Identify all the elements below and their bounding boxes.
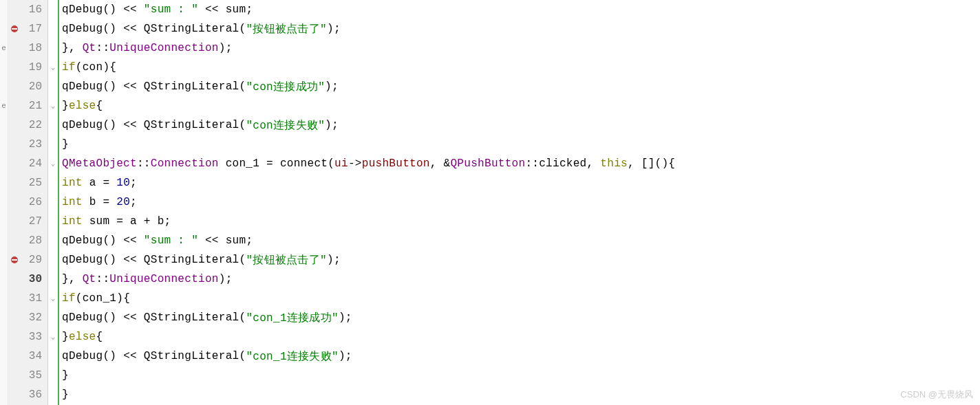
code-editor[interactable]: qDebug() << "sum : " << sum; qDebug() <<…	[59, 0, 980, 405]
line-number[interactable]: 35	[8, 366, 47, 385]
code-line[interactable]: qDebug() << "sum : " << sum;	[59, 0, 980, 19]
code-line[interactable]: qDebug() << QStringLiteral("按钮被点击了");	[59, 250, 980, 270]
line-number[interactable]: 17	[8, 19, 47, 39]
code-line[interactable]: qDebug() << QStringLiteral("con_1连接成功");	[59, 308, 980, 327]
code-line[interactable]: if(con_1){	[59, 289, 980, 308]
fold-chevron-icon[interactable]: ⌄	[51, 294, 55, 303]
code-line[interactable]: }, Qt::UniqueConnection);	[59, 270, 980, 289]
code-line[interactable]: }, Qt::UniqueConnection);	[59, 39, 980, 58]
line-number[interactable]: 30	[8, 270, 47, 289]
fold-chevron-icon[interactable]: ⌄	[51, 160, 55, 168]
line-number[interactable]: 21	[8, 96, 47, 116]
code-line[interactable]: }	[59, 366, 980, 385]
line-number[interactable]: 23	[8, 135, 47, 154]
line-number[interactable]: 25	[8, 173, 47, 193]
code-line[interactable]: int a = 10;	[59, 173, 980, 193]
line-number[interactable]: 34	[8, 347, 47, 366]
code-line[interactable]: qDebug() << QStringLiteral("按钮被点击了");	[59, 19, 980, 39]
line-number-gutter[interactable]: 1617181920212223242526272829303132333435…	[8, 0, 48, 405]
code-line[interactable]: if(con){	[59, 58, 980, 77]
line-number[interactable]: 36	[8, 385, 47, 404]
line-number[interactable]: 29	[8, 250, 47, 270]
watermark: CSDN @无畏烧风	[900, 388, 973, 401]
line-number[interactable]: 19	[8, 58, 47, 77]
line-number[interactable]: 27	[8, 212, 47, 231]
code-line[interactable]: qDebug() << "sum : " << sum;	[59, 231, 980, 250]
left-margin: ee	[0, 0, 8, 405]
line-number[interactable]: 22	[8, 116, 47, 135]
line-number[interactable]: 20	[8, 77, 47, 96]
code-line[interactable]: qDebug() << QStringLiteral("con连接失败");	[59, 116, 980, 135]
code-line[interactable]: qDebug() << QStringLiteral("con连接成功");	[59, 77, 980, 96]
line-number[interactable]: 31	[8, 289, 47, 308]
code-line[interactable]: }	[59, 385, 980, 404]
line-number[interactable]: 26	[8, 193, 47, 212]
code-line[interactable]: }	[59, 135, 980, 154]
fold-chevron-icon[interactable]: ⌄	[51, 63, 55, 72]
line-number[interactable]: 18	[8, 39, 47, 58]
line-number[interactable]: 28	[8, 231, 47, 250]
code-line[interactable]: }else{	[59, 96, 980, 116]
code-line[interactable]: int b = 20;	[59, 193, 980, 212]
line-number[interactable]: 33	[8, 327, 47, 347]
code-line[interactable]: QMetaObject::Connection con_1 = connect(…	[59, 154, 980, 173]
code-line[interactable]: int sum = a + b;	[59, 212, 980, 231]
breakpoint-icon[interactable]	[10, 24, 19, 34]
code-line[interactable]: }else{	[59, 327, 980, 347]
line-number[interactable]: 16	[8, 0, 47, 19]
fold-column[interactable]: ⌄⌄⌄⌄⌄	[48, 0, 59, 405]
svg-rect-1	[12, 28, 17, 30]
fold-chevron-icon[interactable]: ⌄	[51, 102, 55, 110]
svg-rect-3	[12, 259, 17, 261]
line-number[interactable]: 32	[8, 308, 47, 327]
code-line[interactable]: qDebug() << QStringLiteral("con_1连接失败");	[59, 347, 980, 366]
fold-chevron-icon[interactable]: ⌄	[51, 333, 55, 341]
line-number[interactable]: 24	[8, 154, 47, 173]
breakpoint-icon[interactable]	[10, 255, 19, 265]
